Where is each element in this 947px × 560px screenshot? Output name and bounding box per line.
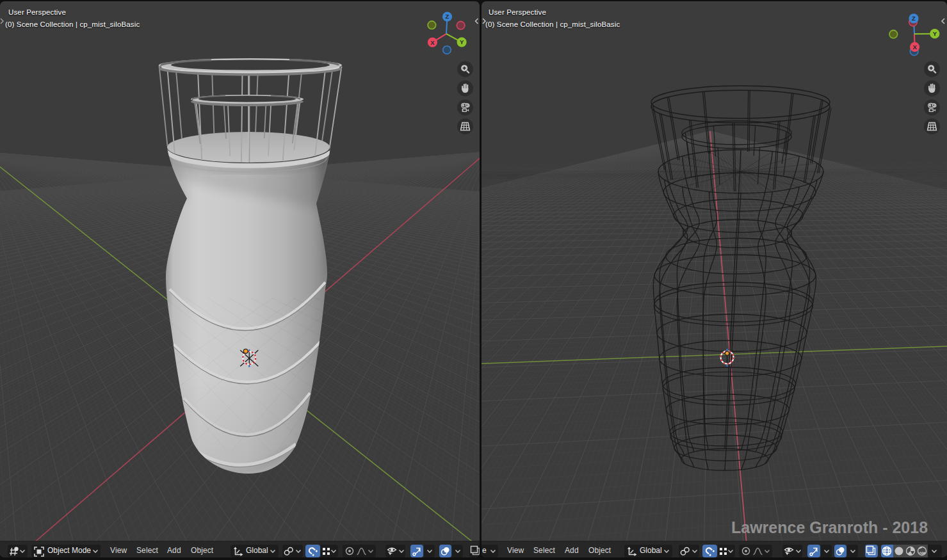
svg-text:Z: Z — [912, 15, 916, 22]
svg-text:X: X — [430, 39, 435, 46]
svg-text:Y: Y — [933, 30, 937, 37]
svg-text:X: X — [912, 44, 917, 51]
svg-text:Z: Z — [446, 13, 449, 20]
svg-text:Y: Y — [460, 38, 464, 45]
